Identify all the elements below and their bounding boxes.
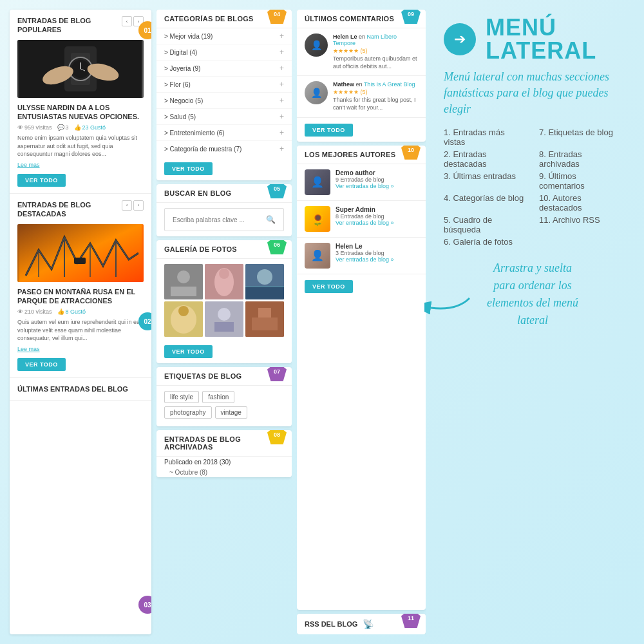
rss-label: RSS DEL BLOG	[305, 620, 357, 628]
author-link[interactable]: Ver entradas de blog »	[336, 256, 394, 263]
tag[interactable]: fashion	[202, 391, 234, 403]
post2-excerpt: Quis autem vel eum iure reprehenderit qu…	[17, 318, 144, 343]
featured-posts-title: ENTRADAS DE BLOG DESTACADAS	[17, 200, 122, 219]
arrow-icon	[424, 279, 476, 317]
nav-prev[interactable]: ‹	[122, 16, 132, 26]
badge-09: 09	[401, 10, 421, 24]
svg-point-17	[177, 270, 190, 283]
search-input[interactable]	[173, 216, 266, 223]
search-box[interactable]: 🔍	[164, 208, 284, 231]
gallery-ver-todo[interactable]: VER TODO	[164, 345, 213, 358]
right-header: ➔ MENÚ LATERAL	[444, 16, 621, 62]
badge-08: 08	[267, 430, 287, 444]
author-item: 👤 Demo author 9 Entradas de blog Ver ent…	[297, 164, 426, 201]
post2-readmore[interactable]: Lee mas	[17, 346, 144, 352]
tag[interactable]: life style	[164, 391, 199, 403]
tag-photography[interactable]: photography	[164, 406, 212, 419]
popular-posts-section: ENTRADAS DE BLOG POPULARES ‹ ›	[10, 10, 151, 194]
archive-year[interactable]: Publicado en 2018 (30)	[156, 457, 292, 468]
column-3: ÚLTIMOS COMENTARIOS 👤 Helen Le en Nam Li…	[297, 10, 426, 634]
cat-item[interactable]: > Mejor vida (19) +	[156, 28, 292, 44]
post2-views: 👁 210 visitas	[17, 308, 52, 315]
feature-item: 5. Cuadro de búsqueda	[444, 215, 526, 234]
author-item: 🌻 Super Admin 8 Entradas de blog Ver ent…	[297, 201, 426, 238]
cat-item[interactable]: > Digital (4) +	[156, 44, 292, 61]
post1-views: 👁 959 visitas	[17, 124, 52, 131]
gallery-thumb[interactable]	[205, 301, 243, 337]
column-4: ➔ MENÚ LATERAL Menú lateral con muchas s…	[431, 10, 634, 634]
badge-10: 10	[401, 146, 421, 160]
badge-06: 06	[267, 240, 287, 254]
svg-rect-31	[214, 322, 234, 332]
post2-meta: 👁 210 visitas 👍 8 Gustó	[17, 308, 144, 315]
authors-ver-todo[interactable]: VER TODO	[305, 280, 353, 293]
search-icon: 🔍	[266, 215, 276, 224]
svg-point-30	[218, 308, 231, 321]
stars: ★★★★★ (5)	[333, 89, 418, 95]
menu-icon: ➔	[444, 23, 476, 55]
feature-item: 7. Etiquetas de blog	[539, 128, 621, 147]
comments-widget: ÚLTIMOS COMENTARIOS 👤 Helen Le en Nam Li…	[297, 10, 426, 142]
comments-ver-todo[interactable]: VER TODO	[305, 124, 353, 137]
feature-item: 10. Autores destacados	[539, 193, 621, 213]
categories-list: > Mejor vida (19) + > Digital (4) + > Jo…	[156, 28, 292, 156]
feature-item: 1. Entradas más vistas	[444, 128, 526, 147]
gallery-thumb[interactable]	[164, 301, 203, 337]
post2-title: PASEO EN MONTAÑA RUSA EN EL PARQUE DE AT…	[17, 287, 144, 306]
comment-text: Temporibus autem quibusdam et aut offici…	[333, 55, 418, 70]
feature-item: 11. Archivo RSS	[539, 215, 621, 234]
author-info: Demo author 9 Entradas de blog Ver entra…	[336, 169, 394, 189]
comment-author: Helen Le en Nam Libero Tempore	[333, 33, 418, 46]
feature-item: 2. Entradas destacadas	[444, 149, 526, 169]
cat-item[interactable]: > Salud (5) +	[156, 109, 292, 125]
post2-ver-todo[interactable]: VER TODO	[17, 358, 66, 371]
cat-item[interactable]: > Flor (6) +	[156, 77, 292, 93]
gallery-thumb[interactable]	[205, 264, 243, 299]
rss-icon[interactable]: 📡	[363, 619, 374, 629]
rss-widget: RSS DEL BLOG 📡 11	[297, 614, 426, 634]
nav-prev2[interactable]: ‹	[122, 200, 132, 211]
svg-rect-15	[74, 258, 86, 264]
badge-01: 01	[138, 21, 151, 39]
comment-avatar: 👤	[305, 81, 328, 104]
tags-widget: ETIQUETAS DE BLOG life style fashion pho…	[156, 367, 292, 426]
svg-point-21	[219, 269, 229, 279]
tag[interactable]: vintage	[215, 406, 247, 419]
cat-item[interactable]: > Categoría de muestra (7) +	[156, 141, 292, 156]
cat-item[interactable]: > Negocio (5) +	[156, 93, 292, 109]
author-link[interactable]: Ver entradas de blog »	[336, 183, 394, 189]
author-posts: 3 Entradas de blog	[336, 250, 394, 256]
author-posts: 8 Entradas de blog	[336, 213, 394, 220]
gallery-thumb[interactable]	[164, 264, 203, 299]
comment-content: Mathew en This Is A Great Blog ★★★★★ (5)…	[333, 81, 418, 111]
features-list: 1. Entradas más vistas 7. Etiquetas de b…	[444, 128, 621, 247]
badge-04: 04	[267, 10, 287, 24]
author-posts: 9 Entradas de blog	[336, 176, 394, 183]
post2-likes: 👍 8 Gustó	[57, 308, 86, 315]
nav-next2[interactable]: ›	[133, 200, 144, 211]
post1-ver-todo[interactable]: VER TODO	[17, 174, 66, 187]
feature-item: 6. Galería de fotos	[444, 237, 526, 247]
post1-likes: 👍 23 Gustó	[74, 124, 106, 131]
author-link[interactable]: Ver entradas de blog »	[336, 220, 394, 226]
svg-point-24	[257, 269, 272, 285]
stars: ★★★★★ (5)	[333, 48, 418, 54]
author-info: Helen Le 3 Entradas de blog Ver entradas…	[336, 243, 394, 263]
badge-07: 07	[267, 367, 287, 381]
author-name: Demo author	[336, 169, 394, 176]
comment-text: Thanks for this great blog post, I can't…	[333, 97, 418, 111]
categories-widget: CATEGORÍAS DE BLOGS > Mejor vida (19) + …	[156, 10, 292, 180]
menu-title: MENÚ LATERAL	[486, 16, 621, 62]
archive-sub[interactable]: ~ Octubre (8)	[156, 468, 292, 477]
categories-ver-todo[interactable]: VER TODO	[164, 162, 213, 175]
gallery-widget: GALERÍA DE FOTOS	[156, 240, 292, 363]
cat-item[interactable]: > Joyería (9) +	[156, 61, 292, 77]
gallery-thumb[interactable]	[245, 301, 284, 337]
menu-subtitle: Menú lateral con muchas secciones fantás…	[444, 69, 621, 118]
author-avatar: 👤	[305, 169, 330, 195]
post1-readmore[interactable]: Lee mas	[17, 162, 144, 168]
badge-05: 05	[267, 184, 287, 198]
gallery-thumb[interactable]	[245, 264, 284, 299]
cat-item[interactable]: > Entretenimiento (6) +	[156, 125, 292, 141]
author-item: 👤 Helen Le 3 Entradas de blog Ver entrad…	[297, 238, 426, 274]
